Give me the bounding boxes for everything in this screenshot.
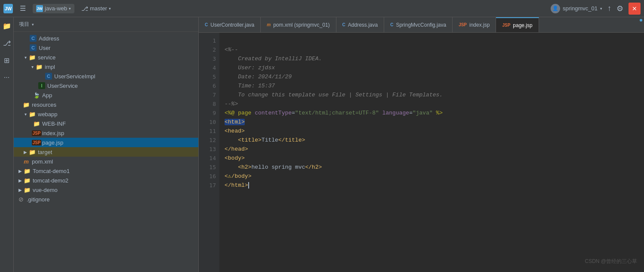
webapp-label: webapp xyxy=(38,111,58,117)
tab-indexjsp[interactable]: JSP index.jsp xyxy=(453,17,496,32)
project-icon[interactable]: 📁 xyxy=(2,21,12,31)
tab-icon-c2: C xyxy=(342,22,345,27)
pomxml-label: pom.xml xyxy=(32,158,53,165)
tab-icon-m: m xyxy=(267,22,271,27)
file-tree-content: C Address C User ▾ 📁 service ▾ 📁 impl xyxy=(14,32,198,272)
tree-item-webinf[interactable]: 📁 WEB-INF xyxy=(14,119,198,128)
git-sidebar-icon[interactable]: ⎇ xyxy=(2,38,12,48)
tree-item-target[interactable]: ▶ 📁 target xyxy=(14,147,198,157)
resources-folder-icon: 📁 xyxy=(22,101,30,108)
tree-item-tomcat1[interactable]: ▶ 📁 Tomcat-demo1 xyxy=(14,166,198,176)
sidebar-icons: 📁 ⎇ ⊞ ··· xyxy=(0,17,14,272)
user-dropdown-icon: ▾ xyxy=(600,6,602,11)
tree-item-pomxml[interactable]: m pom.xml xyxy=(14,157,198,166)
file-tree: 项目 ▾ C Address C User ▾ 📁 service ▾ xyxy=(14,17,199,272)
line-numbers: 1 2 3 4 5 6 7 8 9 10 11 12 13 14 15 16 1… xyxy=(199,33,219,272)
impl-expand-icon: ▾ xyxy=(29,65,35,69)
target-folder-icon: 📁 xyxy=(28,148,36,156)
tree-item-address[interactable]: C Address xyxy=(14,34,198,43)
tree-item-webapp[interactable]: ▾ 📁 webapp xyxy=(14,109,198,119)
tree-item-user[interactable]: C User xyxy=(14,43,198,53)
tab-pagejsp[interactable]: JSP page.jsp xyxy=(496,17,539,32)
tab-label-address: Address.java xyxy=(348,22,378,28)
tab-springmvcconfig[interactable]: C SpringMvcConfig.java xyxy=(384,17,453,32)
scroll-indicator xyxy=(640,19,642,22)
app-icon: 🍃 xyxy=(33,91,40,99)
service-folder-icon: 📁 xyxy=(28,53,36,61)
tree-item-tomcat2[interactable]: ▶ 📁 tomcat-demo2 xyxy=(14,176,198,185)
tomcat2-label: tomcat-demo2 xyxy=(33,177,68,184)
branch-dropdown-icon: ▾ xyxy=(109,6,111,11)
editor-tabs: C UserController.java m pom.xml (springm… xyxy=(199,17,644,33)
webinf-folder-icon: 📁 xyxy=(33,120,40,127)
tomcat2-expand-icon: ▶ xyxy=(17,178,23,183)
topbar: JW ☰ JW java-web ▾ ⎇ master ▾ 👤 springmv… xyxy=(0,0,644,17)
service-expand-icon: ▾ xyxy=(22,55,28,60)
tab-usercontroller[interactable]: C UserController.java xyxy=(199,17,261,32)
user-info: 👤 springmvc_01 ▾ xyxy=(551,4,602,13)
user-name: springmvc_01 xyxy=(563,5,598,12)
code-container: 1 2 3 4 5 6 7 8 9 10 11 12 13 14 15 16 1… xyxy=(199,33,644,272)
resources-label: resources xyxy=(32,102,56,108)
close-button[interactable]: ✕ xyxy=(629,3,641,15)
tomcat1-label: Tomcat-demo1 xyxy=(33,168,70,174)
gitignore-icon: ⊘ xyxy=(17,195,25,203)
user-avatar: 👤 xyxy=(551,4,560,13)
tree-item-pagejsp[interactable]: JSP page.jsp xyxy=(14,138,198,147)
tree-item-service[interactable]: ▾ 📁 service xyxy=(14,53,198,62)
tree-item-userserviceimpl[interactable]: C UserServiceImpl xyxy=(14,71,198,81)
tree-item-indexjsp[interactable]: JSP index.jsp xyxy=(14,128,198,138)
project-icon: JW xyxy=(36,5,43,12)
userservice-icon: I xyxy=(38,82,46,90)
target-expand-icon: ▶ xyxy=(22,150,28,155)
userserviceimpl-icon: C xyxy=(45,72,52,80)
topbar-right: 👤 springmvc_01 ▾ ↑ ⚙ ✕ xyxy=(551,3,641,15)
tree-item-app[interactable]: 🍃 App xyxy=(14,90,198,100)
vuedemo-folder-icon: 📁 xyxy=(23,186,31,194)
user-label: User xyxy=(39,45,50,51)
service-label: service xyxy=(38,54,55,61)
tab-address[interactable]: C Address.java xyxy=(336,17,385,32)
branch-selector[interactable]: ⎇ master ▾ xyxy=(81,5,111,12)
tab-label-indexjsp: index.jsp xyxy=(469,22,490,28)
tree-item-gitignore[interactable]: ⊘ .gitignore xyxy=(14,195,198,204)
menu-icon[interactable]: ☰ xyxy=(20,4,26,12)
file-tree-collapse-icon: ▾ xyxy=(32,22,34,27)
gitignore-label: .gitignore xyxy=(27,196,49,203)
more-icon[interactable]: ··· xyxy=(2,72,12,83)
tab-label-springmvcconfig: SpringMvcConfig.java xyxy=(396,22,446,28)
branch-icon: ⎇ xyxy=(81,5,88,12)
file-tree-title: 项目 xyxy=(19,21,29,28)
webinf-label: WEB-INF xyxy=(42,121,66,127)
project-name: java-web xyxy=(45,5,67,12)
structure-icon[interactable]: ⊞ xyxy=(2,55,12,65)
main-layout: 📁 ⎇ ⊞ ··· 项目 ▾ C Address C User ▾ 📁 xyxy=(0,17,644,272)
webapp-folder-icon: 📁 xyxy=(28,110,36,118)
file-tree-header[interactable]: 项目 ▾ xyxy=(14,17,198,32)
tab-label-usercontroller: UserController.java xyxy=(210,22,254,28)
tree-item-userservice[interactable]: I UserService xyxy=(14,81,198,90)
tomcat1-expand-icon: ▶ xyxy=(17,169,23,173)
settings-icon[interactable]: ⚙ xyxy=(616,4,623,13)
tomcat2-folder-icon: 📁 xyxy=(23,176,31,184)
tab-label-pomxml: pom.xml (springmvc_01) xyxy=(273,22,330,28)
target-label: target xyxy=(38,149,52,155)
impl-label: impl xyxy=(45,64,55,70)
webapp-expand-icon: ▾ xyxy=(22,112,28,117)
tree-item-vuedemo[interactable]: ▶ 📁 vue-demo xyxy=(14,185,198,195)
tab-icon-jsp2: JSP xyxy=(502,23,510,28)
project-selector[interactable]: JW java-web ▾ xyxy=(33,4,74,13)
vuedemo-label: vue-demo xyxy=(33,187,58,193)
tomcat1-folder-icon: 📁 xyxy=(23,167,31,175)
tab-pomxml[interactable]: m pom.xml (springmvc_01) xyxy=(261,17,336,32)
git-icon[interactable]: ↑ xyxy=(607,4,611,13)
project-dropdown-icon: ▾ xyxy=(69,6,71,11)
impl-folder-icon: 📁 xyxy=(35,63,43,71)
tree-item-impl[interactable]: ▾ 📁 impl xyxy=(14,62,198,71)
address-icon: C xyxy=(29,34,37,42)
tab-icon-c3: C xyxy=(390,22,393,27)
tree-item-resources[interactable]: 📁 resources xyxy=(14,100,198,109)
code-editor[interactable]: <%-- Created by IntelliJ IDEA. User: zjd… xyxy=(219,33,644,272)
tab-label-pagejsp: page.jsp xyxy=(513,22,532,28)
pagejsp-label: page.jsp xyxy=(42,139,63,146)
